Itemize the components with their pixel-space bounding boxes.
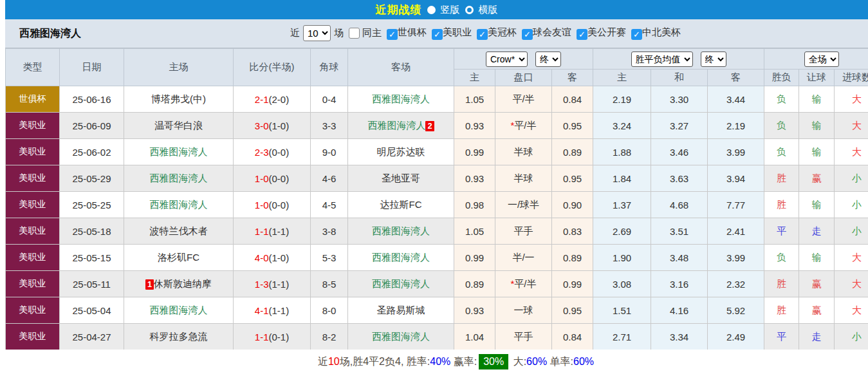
horizontal-layout-radio[interactable] [465,6,474,14]
score-cell: 2-3(0-0) [234,139,311,165]
team-label: 西雅图海湾人 [372,225,430,236]
handicap-cell: 平手 [495,324,552,350]
home-team-cell: 波特兰伐木者 [124,218,234,245]
home-team-cell: 西雅图海湾人 [124,139,234,165]
away-team-cell: 明尼苏达联 [348,139,454,165]
score-cell: 4-0(1-0) [234,245,311,271]
fulltime-score: 1-0 [255,200,269,210]
odds-final-select-2[interactable]: 终 [701,51,726,67]
summary-text: 赢率: [450,355,477,369]
home-team-cell: 西雅图海湾人 [124,297,234,324]
header-date: 日期 [60,49,124,86]
matches-label: 场 [334,27,344,39]
league-checkbox[interactable]: ✓ [577,29,587,40]
corner-cell: 9-0 [311,139,348,165]
winloss-result-cell: 胜 [764,297,799,324]
handicap-dropdown-cell: Crow* 终 [454,49,593,70]
header-score: 比分(半场) [234,49,311,86]
corner-cell: 8-2 [311,324,348,350]
header-home: 主场 [124,49,234,86]
eu-win-odds-cell: 1.88 [593,139,651,165]
fulltime-score: 2-3 [255,147,269,158]
rank-badge: 2 [425,121,434,131]
team-label: 西雅图海湾人 [372,252,430,263]
away-team-cell: 西雅图海湾人2 [348,113,454,139]
score-cell: 2-1(2-0) [234,86,311,113]
score-cell: 1-0(0-0) [234,192,311,218]
corner-cell: 8-5 [311,271,348,297]
handicap-result-cell: 赢 [799,165,835,192]
halftime-score: (0-1) [269,332,290,342]
scope-select[interactable]: 全场 [804,51,839,67]
eu-draw-odds-cell: 4.16 [651,297,708,324]
near-label: 近 [290,27,300,39]
live-star: * [510,120,514,131]
league-type-cell: 美职业 [6,218,60,245]
summary-text: 40% [430,356,450,368]
eu-lose-odds-cell: 3.44 [708,86,764,113]
corner-cell: 4-5 [311,192,348,218]
handicap-result-cell: 输 [799,192,835,218]
league-checkbox[interactable]: ✓ [477,29,488,40]
eu-lose-odds-cell: 2.41 [708,218,764,245]
ah-home-odds-cell: 0.89 [454,271,495,297]
ah-away-odds-cell: 0.84 [552,86,593,113]
team-label: 西雅图海湾人 [150,173,208,183]
vertical-layout-radio[interactable] [427,6,436,14]
score-cell: 3-0(1-0) [234,113,311,139]
date-cell: 25-05-18 [60,218,124,245]
eu-draw-odds-cell: 3.34 [651,324,708,350]
vertical-layout-label[interactable]: 竖版 [441,4,460,16]
topbar: 近期战绩 竖版 横版 [5,0,868,19]
europe-odds-select[interactable]: 胜平负均值 [631,51,693,67]
league-checkbox[interactable]: ✓ [631,29,642,40]
horizontal-layout-label[interactable]: 横版 [479,4,498,16]
eu-win-odds-cell: 2.71 [593,324,651,350]
team-label: 休斯敦迪纳摩 [154,278,212,289]
goals-result-cell: 大 [835,297,868,324]
team-label: 波特兰伐木者 [150,225,208,236]
odds-company-select[interactable]: Crow* [486,51,528,67]
goals-result-cell: 大 [835,139,868,165]
league-checkbox[interactable]: ✓ [432,29,443,40]
odds-final-select-1[interactable]: 终 [535,51,561,67]
scope-dropdown-cell: 全场 [764,49,868,70]
same-home-label: 同主 [362,27,382,39]
ah-away-odds-cell: 0.89 [552,139,593,165]
league-filter-item: ✓球会友谊 [517,26,571,37]
league-type-cell: 美职业 [6,297,60,324]
home-team-cell: 洛杉矶FC [124,245,234,271]
team-label: 西雅图海湾人 [372,278,430,289]
halftime-score: (1-0) [269,120,290,131]
ah-home-odds-cell: 1.05 [454,86,495,113]
league-type-cell: 美职业 [6,192,60,218]
league-type-cell: 美职业 [6,271,60,297]
same-home-checkbox[interactable] [349,28,360,39]
subheader-goals: 进球数 [835,70,868,86]
team-label: 西雅图海湾人 [372,331,430,342]
match-count-select[interactable]: 10 [303,25,331,41]
goals-result-cell: 小 [835,192,868,218]
date-cell: 25-05-29 [60,165,124,192]
halftime-score: (1-1) [269,279,290,290]
fulltime-score: 1-3 [255,279,269,290]
team-label: 圣地亚哥 [382,173,420,183]
winloss-result-cell: 平 [764,324,799,350]
home-team-cell: 博塔弗戈(中) [124,86,234,113]
home-team-cell: 西雅图海湾人 [124,192,234,218]
date-cell: 25-05-04 [60,297,124,324]
league-checkbox[interactable]: ✓ [387,29,398,40]
away-team-cell: 西雅图海湾人 [348,324,454,350]
league-type-cell: 美职业 [6,324,60,350]
league-checkbox[interactable]: ✓ [522,29,533,40]
date-cell: 25-05-11 [60,271,124,297]
team-label: 洛杉矶FC [158,252,199,263]
subheader-ah-away: 客 [552,70,593,86]
ah-away-odds-cell: 0.90 [552,192,593,218]
away-team-cell: 西雅图海湾人 [348,218,454,245]
eu-win-odds-cell: 1.90 [593,245,651,271]
table-row: 美职业25-06-09温哥华白浪3-0(1-0)3-3西雅图海湾人20.93*平… [6,113,868,139]
score-cell: 1-1(1-1) [234,218,311,245]
league-checkbox-label: 中北美杯 [642,26,681,37]
handicap-result-cell: 走 [799,324,835,350]
